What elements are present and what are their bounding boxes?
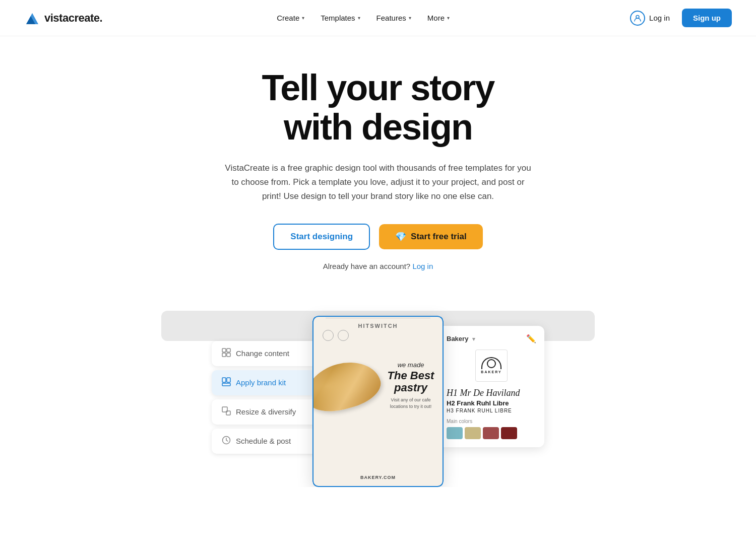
user-icon — [630, 11, 645, 26]
nav-more[interactable]: More ▾ — [420, 10, 457, 26]
bk-logo-text: BAKERY — [481, 370, 501, 374]
card-circles — [312, 330, 444, 341]
card-text-pastry: pastry — [383, 382, 438, 394]
svg-rect-8 — [227, 378, 230, 382]
bk-swatch-2[interactable] — [465, 427, 481, 439]
bk-fonts: H1 Mr De Haviland H2 Frank Ruhl Libre H3… — [447, 388, 536, 413]
start-trial-button[interactable]: 💎 Start free trial — [379, 224, 483, 249]
bk-swatch-1[interactable] — [447, 427, 463, 439]
svg-rect-3 — [222, 349, 226, 352]
card-brand-name: HitSwitch — [312, 323, 444, 329]
card-divider — [326, 318, 430, 318]
feature-apply-brand-kit[interactable]: Apply brand kit — [212, 370, 318, 395]
bk-header: Bakery ▾ ✏️ — [447, 334, 536, 343]
brand-kit-icon — [222, 377, 231, 388]
hero-subtitle: VistaCreate is a free graphic design too… — [222, 161, 534, 203]
bk-edit-icon[interactable]: ✏️ — [526, 334, 536, 343]
brand-kit-panel: Bakery ▾ ✏️ BAKERY H1 Mr De Haviland H2 … — [438, 326, 544, 447]
signup-button[interactable]: Sign up — [682, 9, 732, 27]
svg-rect-7 — [222, 378, 226, 382]
demo-section: Change content Apply brand kit — [0, 291, 756, 487]
demo-container: Change content Apply brand kit — [212, 301, 544, 487]
card-circle-1 — [323, 330, 334, 341]
nav-templates[interactable]: Templates ▾ — [313, 10, 367, 26]
bk-logo: BAKERY — [447, 350, 536, 382]
bk-logo-arch — [481, 357, 501, 369]
card-text-best: The Best — [383, 370, 438, 382]
card-inner: HitSwitch we made The Best pastry Visit … — [312, 316, 444, 487]
card-circle-2 — [338, 330, 349, 341]
chevron-down-icon: ▾ — [358, 15, 360, 21]
start-designing-button[interactable]: Start designing — [273, 224, 370, 250]
feature-resize-diversify[interactable]: Resize & diversify — [212, 399, 318, 425]
login-button[interactable]: Log in — [624, 7, 676, 30]
chevron-down-icon: ▾ — [409, 15, 411, 21]
feature-panel: Change content Apply brand kit — [212, 341, 318, 454]
bk-font-h2: H2 Frank Ruhl Libre — [447, 399, 536, 407]
pastry-shape — [312, 355, 385, 418]
diamond-icon: 💎 — [395, 231, 406, 242]
nav-features[interactable]: Features ▾ — [369, 10, 418, 26]
hero-section: Tell your story with design VistaCreate … — [0, 36, 756, 291]
hero-login-link[interactable]: Log in — [412, 262, 433, 270]
svg-rect-6 — [227, 353, 230, 357]
card-text-made: we made — [383, 361, 438, 370]
svg-rect-9 — [222, 383, 230, 386]
feature-change-content[interactable]: Change content — [212, 341, 318, 366]
logo[interactable]: vistacreate. — [24, 10, 102, 26]
bk-swatch-4[interactable] — [501, 427, 517, 439]
nav-create[interactable]: Create ▾ — [270, 10, 311, 26]
bk-logo-img: BAKERY — [475, 350, 508, 382]
bk-font-h1: H1 Mr De Haviland — [447, 388, 536, 398]
bk-title: Bakery ▾ — [447, 335, 475, 342]
nav-actions: Log in Sign up — [624, 7, 732, 30]
nav-links: Create ▾ Templates ▾ Features ▾ More ▾ — [270, 10, 457, 26]
navbar: vistacreate. Create ▾ Templates ▾ Featur… — [0, 0, 756, 36]
change-content-icon — [222, 348, 231, 359]
pastry-image — [312, 346, 383, 427]
svg-rect-5 — [222, 353, 226, 357]
card-text-block: we made The Best pastry Visit any of our… — [383, 361, 438, 409]
account-prompt: Already have an account? Log in — [12, 262, 744, 270]
card-text-visit: Visit any of our cafe locations to try i… — [383, 397, 438, 409]
svg-rect-4 — [227, 349, 230, 352]
chevron-down-icon: ▾ — [472, 336, 475, 342]
feature-schedule-post[interactable]: Schedule & post — [212, 429, 318, 454]
bk-font-h3: H3 FRANK RUHL LIBRE — [447, 408, 536, 413]
chevron-down-icon: ▾ — [302, 15, 304, 21]
bk-swatch-3[interactable] — [483, 427, 499, 439]
logo-text: vistacreate. — [44, 12, 102, 25]
design-card-wrap: HitSwitch we made The Best pastry Visit … — [312, 316, 444, 487]
chevron-down-icon: ▾ — [447, 15, 450, 21]
hero-buttons: Start designing 💎 Start free trial — [12, 224, 744, 250]
bk-colors-label: Main colors — [447, 419, 536, 424]
card-url: BAKERY.COM — [360, 475, 396, 480]
resize-icon — [222, 406, 231, 418]
schedule-icon — [222, 436, 231, 447]
bk-color-swatches — [447, 427, 536, 439]
hero-title: Tell your story with design — [176, 68, 580, 147]
design-card: HitSwitch we made The Best pastry Visit … — [312, 316, 444, 487]
